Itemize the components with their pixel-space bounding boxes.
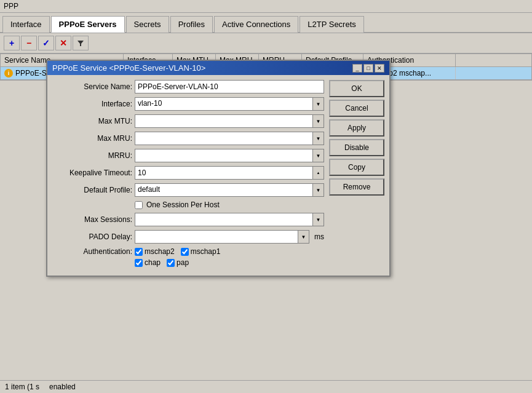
max-sessions-label: Max Sessions: <box>52 215 132 224</box>
enable-button[interactable]: ✓ <box>38 36 54 50</box>
dialog-disable-button[interactable]: Disable <box>329 139 384 156</box>
dialog-minimize-button[interactable]: _ <box>352 64 362 73</box>
copy-button[interactable]: Copy <box>329 159 384 176</box>
remove-button[interactable]: − <box>21 36 37 50</box>
service-name-label: Service Name: <box>52 82 132 91</box>
auth-row-2: chap pap <box>52 258 324 267</box>
default-profile-value: default <box>135 184 312 196</box>
max-mtu-input[interactable] <box>135 115 312 127</box>
disable-button[interactable]: ✕ <box>55 36 71 50</box>
keepalive-arrows[interactable]: ▲ <box>312 167 324 179</box>
tab-pppoe-servers[interactable]: PPPoE Servers <box>51 16 125 33</box>
max-mru-input[interactable] <box>135 132 312 145</box>
auth-mschap1-label: mschap1 <box>191 247 221 256</box>
tab-interface[interactable]: Interface <box>2 16 50 33</box>
pado-delay-field[interactable]: ▼ <box>135 230 309 244</box>
mrru-row: MRRU: ▼ <box>52 149 324 162</box>
max-mtu-field[interactable]: ▼ <box>135 114 324 128</box>
auth-mschap2-item: mschap2 <box>135 247 175 256</box>
max-mru-label: Max MRU: <box>52 134 132 143</box>
auth-chap-item: chap <box>135 258 161 267</box>
max-mru-arrow[interactable]: ▼ <box>312 132 324 145</box>
mrru-field[interactable]: ▼ <box>135 149 324 162</box>
filter-button[interactable] <box>73 36 89 50</box>
auth-mschap1-checkbox[interactable] <box>181 248 189 256</box>
interface-row: Interface: vlan-10 ▼ <box>52 97 324 111</box>
auth-mschap1-item: mschap1 <box>181 247 221 256</box>
max-mru-field[interactable]: ▼ <box>135 132 324 145</box>
auth-chap-checkbox[interactable] <box>135 259 143 267</box>
service-name-input[interactable] <box>135 80 324 93</box>
form-area: Service Name: Interface: vlan-10 ▼ Max M… <box>52 80 324 271</box>
keepalive-input[interactable] <box>135 167 312 179</box>
auth-checkboxes-row1: mschap2 mschap1 <box>135 247 220 256</box>
tab-profiles[interactable]: Profiles <box>170 16 213 33</box>
dialog-title-bar: PPPoE Service <PPPoE-Server-VLAN-10> _ □… <box>47 61 389 75</box>
app-title: PPP <box>4 2 18 10</box>
service-name-row: Service Name: <box>52 80 324 93</box>
max-sessions-arrow[interactable]: ▼ <box>312 213 324 226</box>
info-icon: i <box>4 69 13 77</box>
interface-value: vlan-10 <box>135 98 312 110</box>
pado-delay-row: PADO Delay: ▼ ms <box>52 230 324 244</box>
auth-pap-item: pap <box>167 258 189 267</box>
dialog-remove-button[interactable]: Remove <box>329 178 384 196</box>
cancel-button[interactable]: Cancel <box>329 100 384 117</box>
dialog-maximize-button[interactable]: □ <box>363 64 373 73</box>
auth-pap-label: pap <box>177 258 189 267</box>
title-bar: PPP <box>0 0 532 13</box>
pado-delay-label: PADO Delay: <box>52 232 132 241</box>
buttons-panel: OK Cancel Apply Disable Copy Remove <box>329 80 384 271</box>
default-profile-arrow[interactable]: ▼ <box>312 184 324 196</box>
auth-mschap2-checkbox[interactable] <box>135 248 143 256</box>
pado-delay-arrow[interactable]: ▼ <box>298 231 309 243</box>
pado-delay-input[interactable] <box>135 231 298 243</box>
tab-active-connections[interactable]: Active Connections <box>214 16 298 33</box>
max-mtu-row: Max MTU: ▼ <box>52 114 324 128</box>
keepalive-label: Keepalive Timeout: <box>52 169 132 177</box>
apply-button[interactable]: Apply <box>329 119 384 137</box>
svg-marker-0 <box>77 41 84 46</box>
default-profile-label: Default Profile: <box>52 186 132 194</box>
dialog-title: PPPoE Service <PPPoE-Server-VLAN-10> <box>52 63 205 73</box>
dialog-title-controls: _ □ ✕ <box>352 64 384 73</box>
interface-dropdown-arrow[interactable]: ▼ <box>312 98 324 110</box>
tab-l2tp-secrets[interactable]: L2TP Secrets <box>300 16 364 33</box>
status-bar: 1 item (1 s enabled <box>0 380 532 393</box>
auth-label: Authentication: <box>52 247 132 256</box>
one-session-label: One Session Per Host <box>146 200 220 209</box>
auth-checkboxes-row2: chap pap <box>135 258 189 267</box>
add-button[interactable]: + <box>4 36 20 50</box>
max-sessions-row: Max Sessions: ▼ <box>52 213 324 226</box>
auth-row-1: Authentication: mschap2 mschap1 <box>52 247 324 256</box>
pado-unit: ms <box>314 232 324 241</box>
keepalive-field[interactable]: ▲ <box>135 166 324 180</box>
mrru-input[interactable] <box>135 149 312 162</box>
auth-mschap2-label: mschap2 <box>145 247 175 256</box>
status-text: enabled <box>49 383 76 391</box>
default-profile-row: Default Profile: default ▼ <box>52 183 324 197</box>
keepalive-row: Keepalive Timeout: ▲ <box>52 166 324 180</box>
tab-bar: Interface PPPoE Servers Secrets Profiles… <box>0 13 532 33</box>
max-sessions-input[interactable] <box>135 213 312 226</box>
filter-icon <box>77 39 84 47</box>
ok-button[interactable]: OK <box>329 80 384 97</box>
interface-dropdown[interactable]: vlan-10 ▼ <box>135 97 324 111</box>
default-profile-dropdown[interactable]: default ▼ <box>135 183 324 197</box>
auth-pap-checkbox[interactable] <box>167 259 175 267</box>
pppoe-service-dialog: PPPoE Service <PPPoE-Server-VLAN-10> _ □… <box>46 60 391 277</box>
dialog-close-button[interactable]: ✕ <box>375 64 384 73</box>
one-session-checkbox[interactable] <box>135 201 143 209</box>
dialog-body: Service Name: Interface: vlan-10 ▼ Max M… <box>47 75 389 276</box>
one-session-row: One Session Per Host <box>52 200 324 209</box>
item-count: 1 item (1 s <box>5 383 39 391</box>
max-mtu-label: Max MTU: <box>52 117 132 125</box>
max-mtu-arrow[interactable]: ▼ <box>312 115 324 127</box>
mrru-arrow[interactable]: ▼ <box>312 149 324 162</box>
table-wrapper: Service Name Interface Max MTU Max MRU M… <box>0 54 532 393</box>
interface-label: Interface: <box>52 100 132 108</box>
tab-secrets[interactable]: Secrets <box>126 16 169 33</box>
max-sessions-field[interactable]: ▼ <box>135 213 324 226</box>
mrru-label: MRRU: <box>52 151 132 160</box>
auth-chap-label: chap <box>145 258 161 267</box>
